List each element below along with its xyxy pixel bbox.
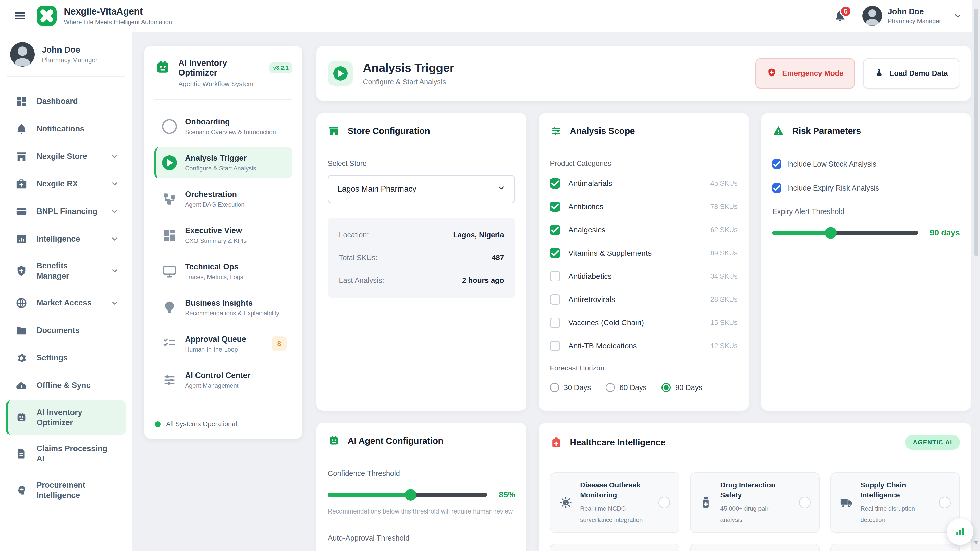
sidebar-item-notifications[interactable]: Notifications — [6, 116, 126, 141]
category-checkbox[interactable] — [550, 271, 560, 281]
step-subtitle: Human-in-the-Loop — [185, 346, 264, 353]
page-icon-box — [328, 61, 353, 86]
sidebar-item-intelligence[interactable]: Intelligence — [6, 226, 126, 252]
sidebar-nav: DashboardNotificationsNexgile StoreNexgi… — [0, 89, 132, 507]
intelligence-subcard-drug-interaction-safety[interactable]: Drug Interaction Safety45,000+ drug pair… — [690, 472, 819, 533]
product-categories-label: Product Categories — [550, 159, 738, 168]
radio-icon — [662, 383, 671, 392]
subcard-description: Real-time NCDC surveillance integration — [580, 503, 651, 525]
forecast-radio-60-days[interactable]: 60 Days — [606, 383, 646, 392]
dag-icon — [162, 192, 177, 206]
intelligence-subcard-partial[interactable] — [550, 544, 679, 551]
step-subtitle: CXO Summary & KPIs — [185, 237, 286, 245]
sidebar-profile: John Doe Pharmacy Manager — [0, 42, 132, 76]
info-value: 2 hours ago — [462, 276, 504, 285]
store-config-title: Store Configuration — [348, 126, 430, 136]
category-sku-count: 78 SKUs — [710, 203, 738, 211]
forecast-horizon-label: Forecast Horizon — [550, 364, 738, 372]
store-select[interactable]: Lagos Main Pharmacy — [328, 175, 515, 203]
approval-count-badge: 8 — [272, 337, 286, 351]
forecast-radio-30-days[interactable]: 30 Days — [550, 383, 591, 392]
subcard-title: Supply Chain Intelligence — [861, 480, 931, 500]
hamburger-menu-icon[interactable] — [13, 9, 27, 22]
category-checkbox[interactable] — [550, 341, 560, 351]
confidence-threshold-slider[interactable] — [328, 493, 487, 497]
page-title: Analysis Trigger — [363, 61, 454, 75]
user-role: Pharmacy Manager — [888, 17, 941, 25]
workflow-step-orchestration[interactable]: OrchestrationAgent DAG Execution — [154, 183, 292, 214]
category-sku-count: 45 SKUs — [710, 179, 738, 187]
risk-checkbox-label: Include Low Stock Analysis — [787, 160, 877, 168]
sidebar-item-claims-processing-ai[interactable]: Claims Processing AI — [6, 437, 126, 471]
sidebar-item-settings[interactable]: Settings — [6, 345, 126, 371]
globe-icon — [16, 297, 27, 309]
forecast-radio-90-days[interactable]: 90 Days — [662, 383, 702, 392]
analytics-fab-button[interactable] — [947, 518, 974, 545]
sidebar-item-nexgile-rx[interactable]: Nexgile RX — [6, 171, 126, 197]
notifications-bell-button[interactable]: 6 — [834, 10, 846, 22]
workflow-step-analysis-trigger[interactable]: Analysis TriggerConfigure & Start Analys… — [154, 147, 292, 178]
sidebar-item-documents[interactable]: Documents — [6, 318, 126, 343]
intelligence-subcard-disease-outbreak-monitoring[interactable]: Disease Outbreak MonitoringReal-time NCD… — [550, 472, 679, 533]
category-row-antibiotics: Antibiotics78 SKUs — [550, 202, 738, 212]
category-checkbox[interactable] — [550, 225, 560, 235]
category-checkbox[interactable] — [550, 248, 560, 258]
subcard-select-circle[interactable] — [659, 497, 670, 508]
intelligence-subcard-supply-chain-intelligence[interactable]: Supply Chain IntelligenceReal-time disru… — [830, 472, 960, 533]
sidebar-item-label: Procurement Intelligence — [37, 480, 119, 501]
sidebar-item-dashboard[interactable]: Dashboard — [6, 89, 126, 114]
risk-checkbox[interactable] — [772, 159, 781, 168]
chevron-down-icon — [110, 235, 119, 243]
user-avatar — [862, 6, 882, 26]
top-bar: Nexgile-VitaAgent Where Life Meets Intel… — [0, 0, 980, 32]
sidebar-item-bnpl-financing[interactable]: BNPL Financing — [6, 199, 126, 224]
confidence-threshold-label: Confidence Threshold — [328, 469, 515, 478]
info-label: Location: — [339, 231, 369, 239]
page-header: Analysis Trigger Configure & Start Analy… — [317, 46, 971, 101]
sidebar-item-market-access[interactable]: Market Access — [6, 290, 126, 316]
sidebar-item-procurement-intelligence[interactable]: Procurement Intelligence — [6, 473, 126, 508]
first-aid-kit-icon — [550, 436, 562, 448]
category-checkbox[interactable] — [550, 202, 560, 212]
risk-checkbox[interactable] — [772, 183, 781, 192]
category-checkbox[interactable] — [550, 318, 560, 328]
store-info-row: Location:Lagos, Nigeria — [339, 231, 504, 239]
chart-icon — [16, 233, 27, 245]
category-sku-count: 62 SKUs — [710, 226, 738, 234]
subcard-select-circle[interactable] — [939, 497, 951, 508]
play-circle-icon — [333, 66, 348, 81]
sidebar-item-offline-sync[interactable]: Offline & Sync — [6, 373, 126, 399]
workflow-step-technical-ops[interactable]: Technical OpsTraces, Metrics, Logs — [154, 256, 292, 287]
confidence-help-text: Recommendations below this threshold wil… — [328, 508, 515, 515]
emergency-mode-button[interactable]: Emergency Mode — [756, 59, 855, 89]
chevron-down-icon — [110, 180, 119, 188]
healthcare-title: Healthcare Intelligence — [570, 437, 665, 448]
warning-triangle-icon — [772, 125, 784, 137]
workflow-step-business-insights[interactable]: Business InsightsRecommendations & Expla… — [154, 292, 292, 323]
step-title: Onboarding — [185, 118, 286, 127]
workflow-panel: AI Inventory Optimizer v3.2.1 Agentic Wo… — [144, 46, 302, 439]
load-demo-data-button[interactable]: Load Demo Data — [863, 59, 959, 89]
sidebar-item-nexgile-store[interactable]: Nexgile Store — [6, 144, 126, 169]
page-scrollbar-thumb[interactable] — [974, 9, 978, 256]
slider-thumb[interactable] — [825, 227, 837, 239]
category-sku-count: 15 SKUs — [710, 319, 738, 327]
category-checkbox[interactable] — [550, 178, 560, 189]
sidebar: John Doe Pharmacy Manager DashboardNotif… — [0, 32, 132, 551]
intelligence-subcard-partial[interactable] — [830, 544, 960, 551]
workflow-step-approval-queue[interactable]: Approval QueueHuman-in-the-Loop8 — [154, 328, 292, 359]
sidebar-item-label: Notifications — [37, 124, 119, 134]
expiry-threshold-slider[interactable] — [772, 231, 918, 235]
workflow-step-executive-view[interactable]: Executive ViewCXO Summary & KPIs — [154, 220, 292, 251]
page-scrollbar-track[interactable] — [972, 0, 980, 551]
monitor-icon — [162, 264, 177, 279]
category-checkbox[interactable] — [550, 294, 560, 305]
slider-thumb[interactable] — [405, 489, 417, 501]
subcard-select-circle[interactable] — [799, 497, 811, 508]
sidebar-item-ai-inventory-optimizer[interactable]: AI Inventory Optimizer — [6, 400, 126, 435]
user-menu[interactable]: John Doe Pharmacy Manager — [862, 6, 962, 26]
workflow-step-ai-control-center[interactable]: AI Control CenterAgent Management — [154, 365, 292, 395]
sidebar-item-benefits-manager[interactable]: Benefits Manager — [6, 254, 126, 288]
workflow-step-onboarding[interactable]: OnboardingScenario Overview & Introducti… — [154, 111, 292, 142]
intelligence-subcard-partial[interactable] — [690, 544, 819, 551]
